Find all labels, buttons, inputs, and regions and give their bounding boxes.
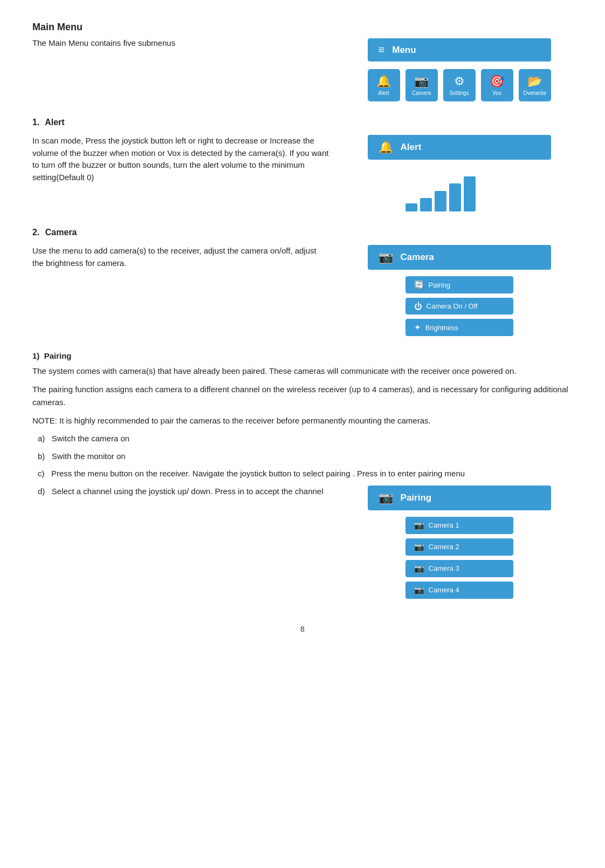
camera-on-off-icon: ⏻ [414,302,422,311]
settings-label: Settings [450,90,469,96]
menu-bar-icon: ≡ [379,44,385,56]
page-title: Main Menu [32,22,573,33]
camera-bar: 📷 Camera [368,245,551,270]
camera-bar-label: Camera [401,252,434,263]
menu-icon-settings[interactable]: ⚙ Settings [443,69,476,101]
camera-item-4[interactable]: 📷 Camera 4 [405,582,513,599]
page-number: 8 [32,625,573,633]
pairing-step-d: d) Select a channel using the joystick u… [38,486,329,498]
submenu-pairing-label: Pairing [429,281,450,289]
menu-icon-alert[interactable]: 🔔 Alert [368,69,400,101]
pairing-note: NOTE: It is highly recommended to pair t… [32,414,573,427]
camera-item-2[interactable]: 📷 Camera 2 [405,538,513,556]
camera-icon: 📷 [414,74,429,88]
alert-section-heading: 1. Alert [32,118,573,127]
menu-icon-overwrite[interactable]: 📂 Overwrite [519,69,551,101]
pairing-desc1: The system comes with camera(s) that hav… [32,365,573,378]
camera-description: Use the menu to add camera(s) to the rec… [32,245,329,269]
vol-bar-1 [405,203,417,211]
submenu-brightness-label: Brightness [425,324,458,332]
pairing-step-b: b) Swith the monitor on [38,450,573,463]
alert-bar-icon: 🔔 [379,140,393,154]
cam1-icon: 📷 [414,521,424,530]
settings-icon: ⚙ [454,74,465,88]
cam2-label: Camera 2 [429,543,459,551]
alert-icon: 🔔 [376,74,391,88]
brightness-icon: ✦ [414,323,421,332]
cam1-label: Camera 1 [429,521,459,529]
pairing-desc2: The pairing function assigns each camera… [32,383,573,409]
pairing-step-c: c) Press the menu button on the receiver… [38,468,573,480]
cam4-label: Camera 4 [429,586,459,594]
alert-bar-label: Alert [401,142,422,153]
overwrite-label: Overwrite [523,90,546,96]
overwrite-icon: 📂 [527,74,542,88]
alert-description: In scan mode, Press the joystick button … [32,135,329,183]
pairing-bar-label: Pairing [401,493,432,503]
vol-bar-4 [449,183,461,211]
alert-label: Alert [378,90,389,96]
camera-item-1[interactable]: 📷 Camera 1 [405,517,513,534]
cam3-label: Camera 3 [429,564,459,572]
menu-icons-row: 🔔 Alert 📷 Camera ⚙ Settings 🎯 Vox 📂 Over… [368,69,551,101]
cam3-icon: 📷 [414,564,424,573]
vox-icon: 🎯 [490,74,504,88]
pairing-bar-icon: 📷 [379,491,393,505]
submenu-pairing[interactable]: 🔄 Pairing [405,276,513,293]
menu-icon-vox[interactable]: 🎯 Vox [481,69,513,101]
vol-bar-2 [420,198,432,211]
cam4-icon: 📷 [414,585,424,595]
cam2-icon: 📷 [414,542,424,552]
pairing-step-a: a) Switch the camera on [38,433,573,445]
alert-bar: 🔔 Alert [368,135,551,160]
volume-bars [405,174,513,211]
intro-text: The Main Menu contains five submenus [32,38,329,47]
camera-bar-icon: 📷 [379,250,393,264]
camera-label: Camera [412,90,431,96]
camera-item-3[interactable]: 📷 Camera 3 [405,560,513,577]
submenu-camera-on-off-label: Camera On / Off [427,302,478,310]
vol-bar-3 [435,191,446,211]
submenu-brightness[interactable]: ✦ Brightness [405,319,513,336]
menu-icon-camera[interactable]: 📷 Camera [405,69,438,101]
pairing-sub-heading: 1) Pairing [32,351,573,360]
vox-label: Vox [492,90,501,96]
submenu-camera-on-off[interactable]: ⏻ Camera On / Off [405,298,513,315]
pairing-bar: 📷 Pairing [368,486,551,510]
pairing-icon: 🔄 [414,280,424,290]
vol-bar-5 [464,176,476,211]
menu-bar-label: Menu [392,45,416,56]
camera-section-heading: 2. Camera [32,228,573,237]
menu-bar: ≡ Menu [368,38,551,61]
